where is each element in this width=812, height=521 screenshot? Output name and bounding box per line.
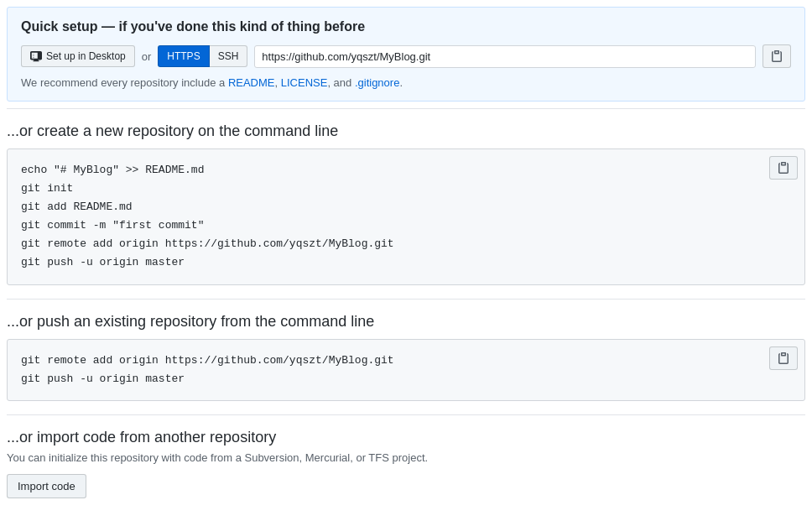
clipboard-icon [770, 49, 783, 63]
setup-desktop-button[interactable]: Set up in Desktop [21, 45, 135, 67]
import-code-description: You can initialize this repository with … [7, 451, 805, 464]
divider-1 [7, 108, 805, 109]
divider-3 [7, 414, 805, 415]
create-new-title: ...or create a new repository on the com… [7, 122, 805, 140]
import-code-section: ...or import code from another repositor… [7, 429, 805, 498]
clipboard-icon-3 [777, 352, 790, 365]
code-line-5: git remote add origin https://github.com… [21, 235, 791, 253]
copy-push-existing-button[interactable] [769, 346, 798, 370]
push-existing-title: ...or push an existing repository from t… [7, 313, 805, 331]
push-code-line-2: git push -u origin master [21, 370, 791, 388]
create-new-code-block: echo "# MyBlog" >> README.md git init gi… [7, 148, 805, 285]
or-label: or [142, 50, 152, 63]
protocol-group: HTTPS SSH [158, 45, 247, 67]
quick-setup-title: Quick setup — if you've done this kind o… [21, 19, 791, 34]
repo-url-input[interactable] [254, 45, 756, 68]
readme-link[interactable]: README [228, 76, 275, 89]
push-code-line-1: git remote add origin https://github.com… [21, 352, 791, 370]
ssh-button[interactable]: SSH [209, 45, 248, 67]
code-line-1: echo "# MyBlog" >> README.md [21, 161, 791, 180]
license-link[interactable]: LICENSE [281, 76, 328, 89]
import-code-title: ...or import code from another repositor… [7, 429, 805, 446]
import-code-button[interactable]: Import code [7, 474, 86, 498]
copy-url-button[interactable] [763, 44, 791, 68]
divider-2 [7, 299, 805, 300]
url-row: Set up in Desktop or HTTPS SSH [21, 44, 791, 68]
clipboard-icon-2 [777, 161, 790, 175]
copy-create-new-button[interactable] [769, 156, 798, 180]
https-button[interactable]: HTTPS [158, 45, 209, 67]
code-line-6: git push -u origin master [21, 253, 791, 272]
gitignore-link[interactable]: .gitignore [355, 76, 399, 89]
quick-setup-section: Quick setup — if you've done this kind o… [7, 7, 805, 102]
code-line-4: git commit -m "first commit" [21, 216, 791, 235]
desktop-icon [30, 50, 42, 62]
recommend-text: We recommend every repository include a … [21, 76, 791, 89]
code-line-2: git init [21, 180, 791, 198]
push-existing-section: ...or push an existing repository from t… [7, 313, 805, 401]
create-new-section: ...or create a new repository on the com… [7, 122, 805, 285]
setup-desktop-label: Set up in Desktop [46, 50, 126, 62]
push-existing-code-block: git remote add origin https://github.com… [7, 339, 805, 401]
code-line-3: git add README.md [21, 198, 791, 216]
